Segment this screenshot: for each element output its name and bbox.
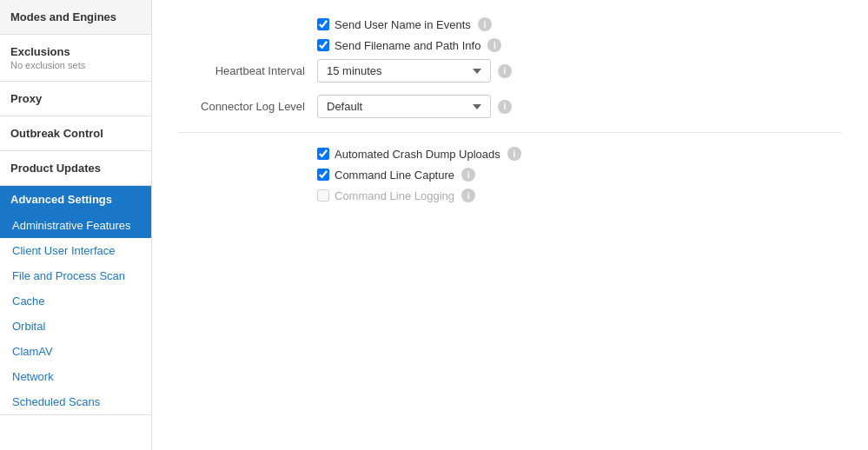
heartbeat-interval-info-icon[interactable]: i bbox=[498, 64, 512, 78]
automated-crash-dump-row: Automated Crash Dump Uploads i bbox=[317, 147, 842, 161]
command-line-logging-info-icon[interactable]: i bbox=[461, 189, 475, 202]
sidebar-section-product-updates: Product Updates bbox=[0, 151, 151, 186]
send-filename-checkbox-wrap: Send Filename and Path Info bbox=[317, 39, 480, 52]
sidebar-item-product-updates[interactable]: Product Updates bbox=[0, 151, 151, 185]
sidebar-item-administrative-features-label: Administrative Features bbox=[12, 219, 131, 232]
sidebar-item-outbreak-control-label: Outbreak Control bbox=[10, 127, 103, 140]
automated-crash-dump-control: Automated Crash Dump Uploads i bbox=[317, 147, 521, 161]
command-line-capture-checkbox[interactable] bbox=[317, 169, 329, 181]
sidebar-item-modes-engines-label: Modes and Engines bbox=[10, 10, 116, 23]
sidebar-item-proxy[interactable]: Proxy bbox=[0, 82, 151, 116]
sidebar-item-administrative-features[interactable]: Administrative Features bbox=[0, 213, 151, 238]
heartbeat-interval-row: Heartbeat Interval 15 minutes 5 minutes … bbox=[178, 59, 842, 83]
send-username-checkbox-wrap: Send User Name in Events bbox=[317, 18, 471, 31]
command-line-capture-label: Command Line Capture bbox=[335, 169, 454, 182]
command-line-logging-label: Command Line Logging bbox=[335, 189, 454, 202]
send-filename-info-icon[interactable]: i bbox=[487, 38, 501, 52]
sidebar-item-client-user-interface-label: Client User Interface bbox=[12, 244, 116, 257]
heartbeat-interval-label: Heartbeat Interval bbox=[178, 64, 317, 77]
sidebar-item-proxy-label: Proxy bbox=[10, 92, 42, 105]
send-filename-control: Send Filename and Path Info i bbox=[317, 38, 501, 52]
sidebar-item-modes-engines[interactable]: Modes and Engines bbox=[0, 0, 151, 34]
sidebar-item-scheduled-scans[interactable]: Scheduled Scans bbox=[0, 389, 151, 414]
automated-crash-dump-checkbox[interactable] bbox=[317, 148, 329, 160]
sidebar-item-network[interactable]: Network bbox=[0, 364, 151, 389]
sidebar-advanced-settings-label: Advanced Settings bbox=[10, 193, 112, 206]
automated-crash-dump-checkbox-wrap: Automated Crash Dump Uploads bbox=[317, 148, 500, 161]
heartbeat-interval-select[interactable]: 15 minutes 5 minutes 10 minutes 30 minut… bbox=[317, 59, 491, 83]
sidebar-section-modes: Modes and Engines bbox=[0, 0, 151, 35]
sidebar-section-exclusions: Exclusions No exclusion sets bbox=[0, 35, 151, 82]
main-content: Send User Name in Events i Send Filename… bbox=[152, 0, 868, 450]
sidebar-item-outbreak-control[interactable]: Outbreak Control bbox=[0, 116, 151, 150]
send-filename-checkbox[interactable] bbox=[317, 39, 329, 51]
sidebar-section-outbreak: Outbreak Control bbox=[0, 116, 151, 151]
command-line-logging-control: Command Line Logging i bbox=[317, 189, 475, 202]
sidebar-section-proxy: Proxy bbox=[0, 82, 151, 116]
connector-log-level-info-icon[interactable]: i bbox=[498, 100, 512, 114]
sidebar-item-scheduled-scans-label: Scheduled Scans bbox=[12, 395, 100, 408]
sidebar-item-exclusions[interactable]: Exclusions No exclusion sets bbox=[0, 35, 151, 81]
command-line-logging-checkbox-wrap: Command Line Logging bbox=[317, 189, 454, 202]
sidebar-advanced-settings-header: Advanced Settings bbox=[0, 186, 151, 213]
sidebar-item-product-updates-label: Product Updates bbox=[10, 162, 101, 175]
connector-log-level-control: Default Debug Trace i bbox=[317, 95, 512, 118]
sidebar-item-orbital-label: Orbital bbox=[12, 320, 45, 333]
send-username-label: Send User Name in Events bbox=[335, 18, 471, 31]
sidebar-item-client-user-interface[interactable]: Client User Interface bbox=[0, 238, 151, 263]
sidebar-item-file-process-scan-label: File and Process Scan bbox=[12, 269, 125, 282]
sidebar-item-orbital[interactable]: Orbital bbox=[0, 314, 151, 339]
command-line-capture-row: Command Line Capture i bbox=[317, 168, 842, 182]
send-username-info-icon[interactable]: i bbox=[478, 17, 492, 31]
sidebar: Modes and Engines Exclusions No exclusio… bbox=[0, 0, 152, 450]
sidebar-item-cache[interactable]: Cache bbox=[0, 288, 151, 314]
connector-log-level-label: Connector Log Level bbox=[178, 100, 317, 113]
sidebar-item-file-process-scan[interactable]: File and Process Scan bbox=[0, 263, 151, 288]
sidebar-item-exclusions-label: Exclusions bbox=[10, 45, 70, 58]
heartbeat-interval-control: 15 minutes 5 minutes 10 minutes 30 minut… bbox=[317, 59, 512, 83]
send-filename-label: Send Filename and Path Info bbox=[335, 39, 480, 52]
command-line-capture-info-icon[interactable]: i bbox=[461, 168, 475, 182]
connector-log-level-row: Connector Log Level Default Debug Trace … bbox=[178, 95, 842, 118]
send-username-row: Send User Name in Events i bbox=[317, 17, 842, 31]
command-line-logging-row: Command Line Logging i bbox=[317, 189, 842, 202]
command-line-capture-checkbox-wrap: Command Line Capture bbox=[317, 169, 454, 182]
sidebar-item-exclusions-sublabel: No exclusion sets bbox=[10, 60, 141, 70]
divider bbox=[178, 132, 842, 133]
automated-crash-dump-label: Automated Crash Dump Uploads bbox=[335, 148, 500, 161]
send-username-checkbox[interactable] bbox=[317, 18, 329, 30]
connector-log-level-select[interactable]: Default Debug Trace bbox=[317, 95, 491, 118]
app-layout: Modes and Engines Exclusions No exclusio… bbox=[0, 0, 868, 450]
send-username-control: Send User Name in Events i bbox=[317, 17, 492, 31]
sidebar-section-advanced: Advanced Settings Administrative Feature… bbox=[0, 186, 151, 415]
command-line-capture-control: Command Line Capture i bbox=[317, 168, 475, 182]
command-line-logging-checkbox[interactable] bbox=[317, 189, 329, 202]
automated-crash-dump-info-icon[interactable]: i bbox=[507, 147, 521, 161]
sidebar-item-clamav[interactable]: ClamAV bbox=[0, 339, 151, 364]
sidebar-item-network-label: Network bbox=[12, 370, 54, 383]
sidebar-item-clamav-label: ClamAV bbox=[12, 345, 53, 358]
sidebar-item-cache-label: Cache bbox=[12, 294, 45, 308]
send-filename-row: Send Filename and Path Info i bbox=[317, 38, 842, 52]
